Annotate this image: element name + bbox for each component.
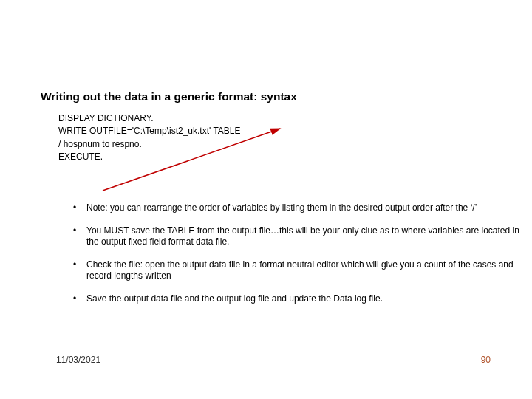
- code-box: DISPLAY DICTIONARY. WRITE OUTFILE='C:\Te…: [52, 109, 480, 166]
- list-item: Note: you can rearrange the order of var…: [70, 202, 525, 214]
- bullet-list: Note: you can rearrange the order of var…: [41, 202, 525, 316]
- page-title: Writing out the data in a generic format…: [41, 90, 297, 103]
- code-line: DISPLAY DICTIONARY.: [58, 112, 474, 125]
- code-line: EXECUTE.: [58, 151, 474, 163]
- list-item: Check the file: open the output data fil…: [70, 259, 525, 282]
- code-line: WRITE OUTFILE='C:\Temp\ist2_uk.txt' TABL…: [58, 125, 474, 137]
- footer-date: 11/03/2021: [56, 355, 100, 365]
- code-line: / hospnum to respno.: [58, 138, 474, 151]
- list-item: Save the output data file and the output…: [70, 293, 525, 304]
- list-item: You MUST save the TABLE from the output …: [70, 225, 525, 248]
- slide: Writing out the data in a generic format…: [0, 0, 532, 399]
- footer-page-number: 90: [481, 355, 491, 365]
